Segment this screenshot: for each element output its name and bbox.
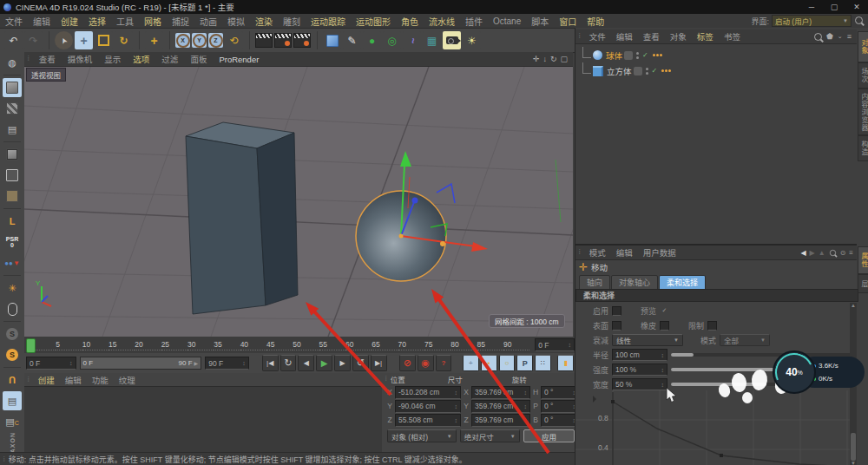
path-icon[interactable]: ⌄ bbox=[838, 33, 843, 40]
menu-pipeline[interactable]: 流水线 bbox=[424, 15, 460, 28]
scroll-down-icon[interactable]: ▼ bbox=[850, 461, 857, 465]
next-frame-button[interactable]: ▶ bbox=[334, 355, 351, 371]
eraser-checkbox[interactable] bbox=[660, 321, 669, 331]
menu-script[interactable]: 脚本 bbox=[526, 15, 554, 28]
vp-menu-display[interactable]: 显示 bbox=[98, 53, 127, 65]
size-y-field[interactable]: 359.769 cm↕ bbox=[471, 400, 530, 413]
redo-button[interactable]: ↷ bbox=[24, 31, 43, 49]
panel-grip-icon[interactable]: ⦙ bbox=[575, 32, 584, 41]
preview-checkbox[interactable]: ✓ bbox=[660, 306, 669, 316]
solo-off-button[interactable]: S bbox=[3, 324, 22, 344]
timeline-ruler[interactable]: 0 5 10 15 20 25 30 35 40 45 50 55 60 65 … bbox=[24, 337, 575, 354]
move-tool-button[interactable]: + bbox=[75, 31, 93, 49]
surface-checkbox[interactable] bbox=[612, 321, 621, 331]
playhead[interactable] bbox=[26, 338, 36, 353]
minimize-button[interactable]: ─ bbox=[800, 3, 823, 11]
history-back-icon[interactable]: ◀ bbox=[800, 249, 806, 257]
z-axis-lock-button[interactable]: Z bbox=[208, 33, 223, 48]
add-camera-button[interactable] bbox=[443, 31, 461, 49]
panel-grip-icon[interactable]: ⦙ bbox=[575, 248, 584, 257]
solo-on-button[interactable]: S bbox=[3, 345, 22, 364]
apply-button[interactable]: 应用 bbox=[523, 429, 575, 442]
am-menu-mode[interactable]: 模式 bbox=[584, 246, 611, 259]
current-frame-field[interactable]: 0 F↕ bbox=[26, 357, 76, 370]
menu-window[interactable]: 窗口 bbox=[554, 15, 582, 28]
limit-checkbox[interactable] bbox=[707, 321, 717, 331]
pos-y-field[interactable]: -90.046 cm↕ bbox=[395, 400, 461, 413]
lock-icon[interactable]: ⊙ bbox=[840, 249, 846, 257]
mode-dropdown[interactable]: 全部▼ bbox=[720, 334, 770, 346]
tab-content-browser[interactable]: 内容浏览器 bbox=[858, 88, 868, 135]
ruler-frame-field[interactable]: 0 F↕ bbox=[535, 338, 575, 351]
vp-menu-options[interactable]: 选项 bbox=[127, 53, 155, 65]
goto-end-button[interactable]: ▶| bbox=[371, 355, 387, 371]
enabled-check-icon[interactable]: ✓ bbox=[642, 51, 648, 59]
falloff-curve[interactable] bbox=[575, 390, 850, 465]
search-icon[interactable] bbox=[830, 249, 836, 255]
add-environment-button[interactable]: ▦ bbox=[423, 31, 441, 49]
mat-menu-texture[interactable]: 纹理 bbox=[114, 374, 141, 386]
menu-file[interactable]: 文件 bbox=[0, 15, 28, 28]
mat-menu-create[interactable]: 创建 bbox=[33, 374, 60, 386]
menu-select[interactable]: 选择 bbox=[83, 15, 111, 28]
prev-frame-button[interactable]: ◀ bbox=[298, 355, 314, 371]
size-z-field[interactable]: 359.769 cm↕ bbox=[471, 414, 530, 427]
falloff-dropdown[interactable]: 线性▼ bbox=[612, 334, 683, 346]
menu-help[interactable]: 帮助 bbox=[582, 15, 609, 28]
texture-tag-icon[interactable] bbox=[653, 54, 662, 56]
zoom-view-icon[interactable]: ↓ bbox=[542, 55, 547, 63]
menu-create[interactable]: 创建 bbox=[56, 15, 83, 28]
workplane-mode-button[interactable]: ▤ bbox=[3, 120, 22, 139]
model-mode-button[interactable] bbox=[3, 78, 22, 97]
maximize-button[interactable]: ▢ bbox=[823, 3, 845, 11]
visibility-dots-icon[interactable] bbox=[646, 68, 648, 75]
om-menu-bookmarks[interactable]: 书签 bbox=[719, 30, 746, 43]
menu-character[interactable]: 角色 bbox=[396, 15, 424, 28]
axis-mode-button[interactable]: L bbox=[3, 212, 22, 231]
menu-simulate[interactable]: 模拟 bbox=[222, 15, 250, 28]
rot-b-field[interactable]: 0 °↕ bbox=[541, 414, 579, 427]
key-rotation-toggle[interactable]: ○ bbox=[499, 355, 516, 371]
points-mode-button[interactable] bbox=[3, 145, 22, 164]
menu-plugins[interactable]: 插件 bbox=[460, 15, 488, 28]
object-name[interactable]: 立方体 bbox=[607, 65, 632, 77]
search-icon[interactable] bbox=[814, 33, 822, 41]
render-settings-button[interactable] bbox=[293, 33, 311, 48]
section-header[interactable]: 柔和选择 bbox=[575, 289, 858, 302]
spinner-icon[interactable]: ↕ bbox=[242, 360, 246, 366]
live-selection-button[interactable]: ➤ bbox=[55, 31, 73, 49]
strength-field[interactable]: 100 %↕ bbox=[612, 363, 667, 376]
scroll-up-icon[interactable]: ▲ bbox=[850, 303, 857, 308]
menu-sculpt[interactable]: 雕刻 bbox=[278, 15, 306, 28]
om-menu-objects[interactable]: 对象 bbox=[665, 30, 692, 43]
mat-menu-edit[interactable]: 编辑 bbox=[60, 374, 87, 386]
key-scale-toggle[interactable]: ▪ bbox=[481, 355, 497, 371]
tab-layers[interactable]: 层 bbox=[858, 274, 868, 293]
tab-takes[interactable]: 场次 bbox=[858, 62, 868, 88]
key-position-toggle[interactable]: + bbox=[463, 355, 479, 371]
frame-range-slider[interactable]: 0 F 90 F ▶ bbox=[80, 357, 202, 370]
add-generator-button[interactable]: ● bbox=[363, 31, 381, 49]
position-mode-dropdown[interactable]: 对象 (相对)▼ bbox=[387, 429, 457, 442]
add-light-button[interactable]: ☀ bbox=[463, 31, 481, 49]
rot-h-field[interactable]: 0 °↕ bbox=[541, 386, 579, 399]
filter-icon[interactable]: ⬟ bbox=[826, 32, 833, 41]
interface-dropdown[interactable]: 启动 (用户) ▼ bbox=[772, 15, 852, 27]
mat-menu-function[interactable]: 功能 bbox=[87, 374, 114, 386]
width-field[interactable]: 50 %↕ bbox=[612, 378, 667, 390]
snap-button[interactable]: ✳ bbox=[3, 278, 22, 298]
parent-icon[interactable]: ▲ bbox=[819, 249, 825, 257]
menu-octane[interactable]: Octane bbox=[488, 16, 526, 26]
keyframe-selection-button[interactable]: ? bbox=[436, 355, 452, 371]
scale-tool-button[interactable] bbox=[95, 31, 113, 49]
size-mode-dropdown[interactable]: 绝对尺寸▼ bbox=[460, 429, 520, 442]
panel-grip-icon[interactable]: ⦙ bbox=[382, 375, 391, 383]
add-deformer-button[interactable]: ◎ bbox=[383, 31, 401, 49]
om-menu-view[interactable]: 查看 bbox=[638, 30, 665, 43]
menu-motion-tracker[interactable]: 运动跟踪 bbox=[306, 15, 351, 28]
autokey-button[interactable]: ◉ bbox=[418, 355, 434, 371]
rotate-tool-button[interactable]: ↻ bbox=[115, 31, 133, 49]
enabled-check-icon[interactable]: ✓ bbox=[652, 67, 658, 75]
last-tool-button[interactable]: + bbox=[145, 31, 163, 49]
tab-attributes[interactable]: 属性 bbox=[858, 246, 868, 274]
